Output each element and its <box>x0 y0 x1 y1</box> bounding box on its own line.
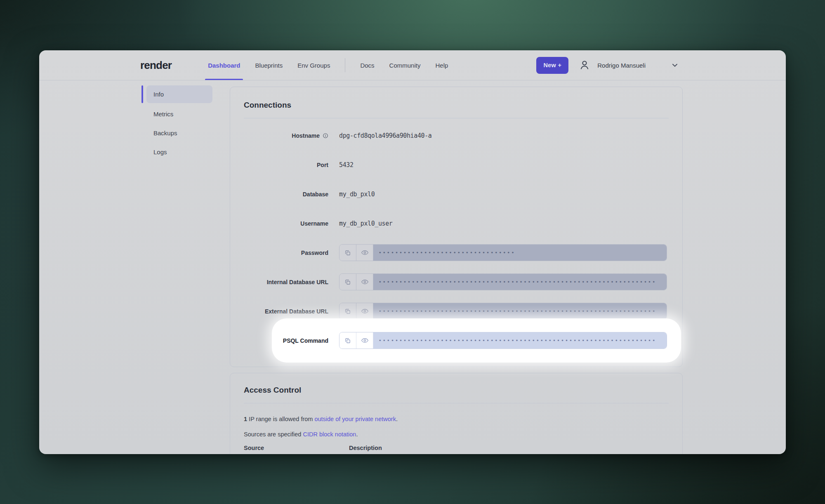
ip-range-count: 1 <box>244 416 247 422</box>
hostname-value: dpg-cfd8qola4996a90hia40-a <box>339 132 431 139</box>
internal-url-label: Internal Database URL <box>244 279 328 285</box>
connections-title: Connections <box>244 101 669 110</box>
user-name: Rodrigo Mansueli <box>597 62 646 69</box>
sources-text-body: Sources are specified <box>244 431 303 438</box>
private-network-link[interactable]: outside of your private network <box>314 416 396 422</box>
eye-icon[interactable] <box>356 332 373 349</box>
nav-help[interactable]: Help <box>435 50 448 80</box>
ip-range-text-body: IP range is allowed from <box>247 416 314 422</box>
hostname-row: Hostname dpg-cfd8qola4996a90hia40-a <box>244 121 669 150</box>
password-mask: ••••••••••••••••••••••••••••••••• <box>379 250 516 255</box>
copy-icon[interactable] <box>339 332 356 349</box>
nav-dashboard[interactable]: Dashboard <box>208 50 240 80</box>
database-label: Database <box>244 191 328 198</box>
password-masked-field[interactable]: ••••••••••••••••••••••••••••••••• <box>373 245 667 261</box>
psql-command-label: PSQL Command <box>244 337 328 344</box>
sidebar-item-logs[interactable]: Logs <box>146 142 212 161</box>
external-url-mask: ••••••••••••••••••••••••••••••••••••••••… <box>379 309 657 314</box>
connection-rows: Hostname dpg-cfd8qola4996a90hia40-a Port… <box>244 121 669 355</box>
external-url-label: External Database URL <box>244 308 328 315</box>
connections-card: Connections Hostname dpg-cfd8qola4 <box>230 87 683 367</box>
password-row: Password <box>244 238 669 267</box>
eye-icon[interactable] <box>356 274 373 290</box>
user-avatar-icon[interactable] <box>578 59 591 71</box>
new-button[interactable]: New + <box>536 57 568 74</box>
sidebar-item-backups[interactable]: Backups <box>146 123 212 142</box>
database-row: Database my_db_pxl0 <box>244 179 669 209</box>
password-secret-group: ••••••••••••••••••••••••••••••••• <box>339 244 667 261</box>
nav-community[interactable]: Community <box>389 50 421 80</box>
internal-url-row: Internal Database URL <box>244 267 669 297</box>
hostname-label: Hostname <box>244 132 328 139</box>
cidr-notation-link[interactable]: CIDR block notation <box>303 431 356 438</box>
port-value: 5432 <box>339 161 354 169</box>
nav-blueprints[interactable]: Blueprints <box>255 50 283 80</box>
access-table-header-row: Source Description <box>244 445 669 451</box>
sidebar: Info Metrics Backups Logs <box>146 85 212 454</box>
app-window: render Dashboard Blueprints Env Groups D… <box>39 50 786 454</box>
hostname-label-text: Hostname <box>292 132 320 139</box>
page-body: Info Metrics Backups Logs Connections Ho… <box>39 80 786 454</box>
external-url-secret-group: ••••••••••••••••••••••••••••••••••••••••… <box>339 303 667 320</box>
sidebar-item-info[interactable]: Info <box>146 85 212 103</box>
database-value: my_db_pxl0 <box>339 191 375 198</box>
nav-env-groups[interactable]: Env Groups <box>297 50 330 80</box>
username-row: Username my_db_pxl0_user <box>244 209 669 238</box>
access-control-card: Access Control 1 IP range is allowed fro… <box>230 373 683 454</box>
psql-command-masked-field[interactable]: ••••••••••••••••••••••••••••••••••••••••… <box>373 332 667 349</box>
copy-icon[interactable] <box>339 245 356 261</box>
nav-divider <box>345 58 345 72</box>
access-control-title: Access Control <box>244 386 669 395</box>
sidebar-item-metrics[interactable]: Metrics <box>146 104 212 123</box>
psql-command-row-spotlight: PSQL Command <box>244 326 669 355</box>
render-logo: render <box>140 59 172 72</box>
ip-range-text-suffix: . <box>396 416 398 422</box>
external-url-masked-field[interactable]: ••••••••••••••••••••••••••••••••••••••••… <box>373 303 667 319</box>
eye-icon[interactable] <box>356 303 373 319</box>
sources-text-suffix: . <box>356 431 358 438</box>
primary-nav: Dashboard Blueprints Env Groups Docs Com… <box>208 50 448 80</box>
internal-url-secret-group: ••••••••••••••••••••••••••••••••••••••••… <box>339 273 667 290</box>
copy-icon[interactable] <box>339 274 356 290</box>
port-label: Port <box>244 162 328 168</box>
psql-command-secret-group: ••••••••••••••••••••••••••••••••••••••••… <box>339 332 667 349</box>
username-label: Username <box>244 220 328 227</box>
info-icon[interactable] <box>323 133 328 139</box>
source-column-header: Source <box>244 445 349 451</box>
ip-range-text: 1 IP range is allowed from outside of yo… <box>244 416 669 422</box>
eye-icon[interactable] <box>356 245 373 261</box>
top-navigation-bar: render Dashboard Blueprints Env Groups D… <box>39 50 786 80</box>
description-column-header: Description <box>349 445 382 451</box>
sources-text: Sources are specified CIDR block notatio… <box>244 431 669 438</box>
chevron-down-icon[interactable] <box>671 61 679 69</box>
psql-command-mask: ••••••••••••••••••••••••••••••••••••••••… <box>379 338 657 343</box>
port-row: Port 5432 <box>244 150 669 179</box>
username-value: my_db_pxl0_user <box>339 220 392 227</box>
internal-url-masked-field[interactable]: ••••••••••••••••••••••••••••••••••••••••… <box>373 274 667 290</box>
internal-url-mask: ••••••••••••••••••••••••••••••••••••••••… <box>379 279 657 285</box>
section-divider <box>244 118 669 118</box>
nav-docs[interactable]: Docs <box>360 50 374 80</box>
password-label: Password <box>244 250 328 256</box>
section-divider <box>244 403 669 403</box>
main-content: Connections Hostname dpg-cfd8qola4 <box>230 85 683 454</box>
copy-icon[interactable] <box>339 303 356 319</box>
